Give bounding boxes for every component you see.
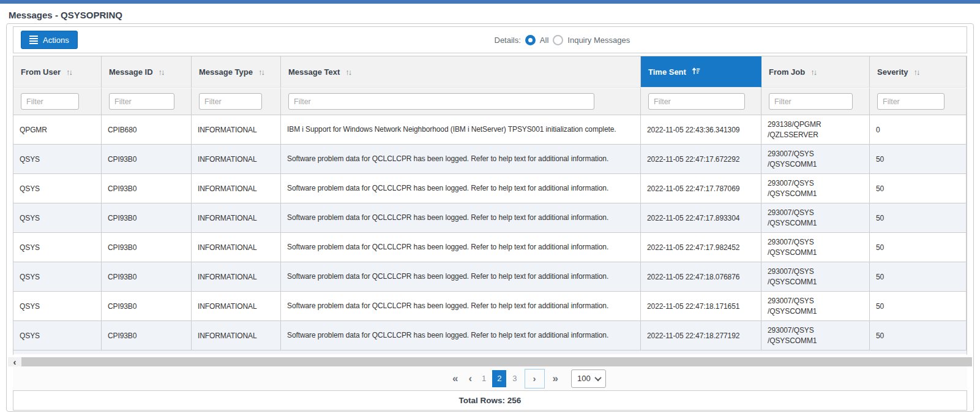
cell-from-user: QSYS <box>13 262 102 291</box>
cell-time-sent: 2022-11-05 22:47:18.171651 <box>641 292 761 320</box>
cell-message-type: INFORMATIONAL <box>192 203 281 232</box>
horizontal-scrollbar[interactable]: ‹ <box>8 357 972 366</box>
toolbar: Actions Details: All Inquiry Messages <box>13 26 967 53</box>
actions-button[interactable]: Actions <box>21 31 78 49</box>
filter-cell-time-sent <box>641 88 761 115</box>
cell-message-id: CPI93B0 <box>102 233 192 262</box>
prev-page-button[interactable]: ‹ <box>466 373 474 384</box>
chevron-left-icon[interactable]: ‹ <box>8 357 21 366</box>
column-header-severity[interactable]: Severity↑↓ <box>870 56 967 88</box>
cell-message-id: CPI93B0 <box>102 203 192 232</box>
details-radio-group: Details: All Inquiry Messages <box>495 27 630 53</box>
filter-input-message-text[interactable] <box>288 93 594 110</box>
first-page-button[interactable]: « <box>450 373 460 384</box>
page-button-2[interactable]: 2 <box>492 370 506 387</box>
cell-message-type: INFORMATIONAL <box>192 115 281 144</box>
column-header-label: Message Text <box>288 67 340 77</box>
cell-severity: 50 <box>870 203 967 232</box>
messages-table: From User↑↓Message ID↑↓Message Type↑↓Mes… <box>13 56 967 355</box>
table-row[interactable]: QSYSCPI93B0INFORMATIONALSoftware problem… <box>13 321 967 350</box>
column-header-label: Message Type <box>199 67 253 77</box>
up-down-arrows-icon: ↑↓ <box>66 67 73 77</box>
radio-inquiry-messages-label[interactable]: Inquiry Messages <box>567 36 630 45</box>
sort-ascending-icon <box>692 67 701 77</box>
column-header-message-type[interactable]: Message Type↑↓ <box>192 56 281 88</box>
filter-input-from-user[interactable] <box>21 93 79 110</box>
cell-message-type: INFORMATIONAL <box>192 292 281 320</box>
filter-input-time-sent[interactable] <box>648 93 745 110</box>
filter-cell-from-user <box>13 88 102 115</box>
page-size-value: 100 <box>577 374 591 383</box>
table-row[interactable]: QPGMRCPIB680INFORMATIONALIBM i Support f… <box>13 115 967 145</box>
cell-from-user: QSYS <box>13 145 102 173</box>
cell-from-job: 293007/QSYS /QSYSCOMM1 <box>761 203 870 232</box>
table-header-row: From User↑↓Message ID↑↓Message Type↑↓Mes… <box>13 56 967 88</box>
next-page-button[interactable]: › <box>525 369 545 388</box>
pagination-bar: « ‹ 123 › » 100 <box>13 366 967 390</box>
cell-message-text: Software problem data for QCLCLCPR has b… <box>281 292 641 320</box>
cell-from-user: QSYS <box>13 203 102 232</box>
radio-all-label[interactable]: All <box>540 36 548 45</box>
cell-from-user: QSYS <box>13 233 102 262</box>
column-header-from-user[interactable]: From User↑↓ <box>13 56 102 88</box>
top-accent-bar <box>0 0 980 4</box>
table-filter-row <box>13 88 967 115</box>
column-header-label: From Job <box>769 67 805 77</box>
cell-message-text: Software problem data for QCLCLCPR has b… <box>281 233 641 262</box>
filter-cell-message-text <box>281 88 641 115</box>
last-page-button[interactable]: » <box>550 373 561 384</box>
cell-time-sent: 2022-11-05 22:47:17.982452 <box>641 233 761 262</box>
table-row[interactable]: QSYSCPI93B0INFORMATIONALSoftware problem… <box>13 262 967 292</box>
page-title: Messages - QSYSOPRINQ <box>9 10 980 20</box>
cell-time-sent: 2022-11-05 22:47:17.672292 <box>641 145 761 173</box>
column-header-message-id[interactable]: Message ID↑↓ <box>102 56 192 88</box>
cell-time-sent: 2022-11-05 22:43:36.341309 <box>641 115 761 144</box>
filter-input-message-id[interactable] <box>109 93 174 110</box>
cell-time-sent: 2022-11-05 22:47:18.277192 <box>641 321 761 350</box>
cell-time-sent: 2022-11-05 22:47:17.787069 <box>641 174 761 203</box>
cell-severity: 50 <box>870 321 967 350</box>
cell-message-type: INFORMATIONAL <box>192 145 281 173</box>
total-rows-bar: Total Rows: 256 <box>13 390 967 411</box>
filter-input-severity[interactable] <box>877 93 944 110</box>
column-header-from-job[interactable]: From Job↑↓ <box>761 56 870 88</box>
filter-input-from-job[interactable] <box>769 93 853 110</box>
scrollbar-thumb[interactable] <box>21 357 972 366</box>
radio-all[interactable] <box>525 35 536 45</box>
filter-input-message-type[interactable] <box>199 93 262 110</box>
cell-from-job: 293007/QSYS /QSYSCOMM1 <box>761 174 870 203</box>
cell-message-text: IBM i Support for Windows Network Neighb… <box>281 115 641 144</box>
radio-inquiry-messages[interactable] <box>553 35 563 45</box>
cell-severity: 0 <box>870 115 967 144</box>
up-down-arrows-icon: ↑↓ <box>258 67 265 77</box>
cell-message-type: INFORMATIONAL <box>192 262 281 291</box>
page-button-3[interactable]: 3 <box>511 374 518 383</box>
filter-cell-message-id <box>102 88 192 115</box>
cell-from-job: 293007/QSYS /QSYSCOMM1 <box>761 292 870 320</box>
cell-from-job: 293007/QSYS /QSYSCOMM1 <box>761 262 870 291</box>
table-row[interactable]: QSYSCPI93B0INFORMATIONALSoftware problem… <box>13 174 967 203</box>
table-row[interactable]: QSYSCPI93B0INFORMATIONALSoftware problem… <box>13 203 967 233</box>
up-down-arrows-icon: ↑↓ <box>810 67 817 77</box>
column-header-label: Severity <box>877 67 908 77</box>
cell-message-id: CPI93B0 <box>102 174 192 203</box>
hamburger-icon <box>29 36 38 44</box>
cell-message-id: CPIB680 <box>102 115 192 144</box>
filter-cell-message-type <box>192 88 281 115</box>
column-header-label: Message ID <box>109 67 153 77</box>
column-header-time-sent[interactable]: Time Sent <box>641 56 761 88</box>
page-button-1[interactable]: 1 <box>480 374 488 383</box>
cell-severity: 50 <box>870 145 967 173</box>
pagination-controls: « ‹ 123 › » 100 <box>450 369 606 388</box>
cell-message-text: Software problem data for QCLCLCPR has b… <box>281 321 641 350</box>
column-header-label: Time Sent <box>648 67 686 77</box>
table-row[interactable]: QSYSCPI93B0INFORMATIONALSoftware problem… <box>13 292 967 321</box>
up-down-arrows-icon: ↑↓ <box>159 67 165 77</box>
page-size-select[interactable]: 100 <box>571 369 606 388</box>
cell-from-job: 293007/QSYS /QSYSCOMM1 <box>761 321 870 350</box>
table-row[interactable]: QSYSCPI93B0INFORMATIONALSoftware problem… <box>13 145 967 174</box>
cell-severity: 50 <box>870 262 967 291</box>
cell-from-job: 293138/QPGMR /QZLSSERVER <box>761 115 870 144</box>
column-header-message-text[interactable]: Message Text↑↓ <box>281 56 641 88</box>
table-row[interactable]: QSYSCPI93B0INFORMATIONALSoftware problem… <box>13 233 967 262</box>
